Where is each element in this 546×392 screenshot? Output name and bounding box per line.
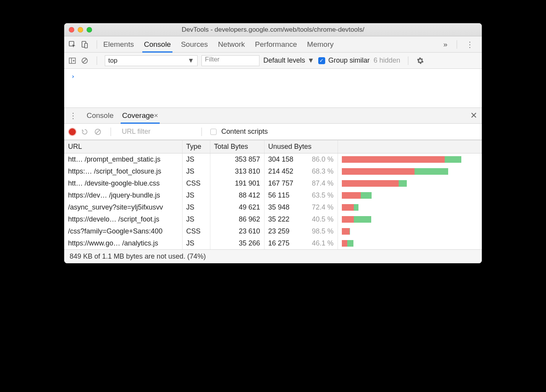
close-tab-icon[interactable]: × <box>154 111 158 120</box>
window-traffic-lights <box>69 27 92 32</box>
cell-unused-bytes: 304 15886.0 % <box>264 153 338 166</box>
window-zoom-button[interactable] <box>87 27 92 32</box>
table-row[interactable]: htt… /devsite-google-blue.cssCSS191 9011… <box>64 177 482 189</box>
kebab-menu-icon[interactable]: ⋮ <box>466 40 474 49</box>
cell-type: JS <box>182 237 210 249</box>
cell-unused-bytes: 23 25998.5 % <box>264 225 338 237</box>
tab-sources[interactable]: Sources <box>181 36 208 52</box>
cell-usage-bar <box>338 237 482 249</box>
cell-url: https:… /script_foot_closure.js <box>64 165 182 177</box>
separator <box>97 56 97 65</box>
log-levels-label: Default levels <box>263 56 305 65</box>
table-row[interactable]: https:… /script_foot_closure.jsJS313 810… <box>64 165 482 177</box>
tab-console[interactable]: Console <box>144 36 171 52</box>
cell-type: JS <box>182 201 210 213</box>
main-toolbar: ElementsConsoleSourcesNetworkPerformance… <box>64 36 482 53</box>
clear-console-icon[interactable] <box>80 56 89 65</box>
cell-usage-bar <box>338 213 482 225</box>
table-row[interactable]: /css?family=Google+Sans:400CSS23 61023 2… <box>64 225 482 237</box>
separator <box>201 128 202 136</box>
col-header-url[interactable]: URL <box>64 140 182 153</box>
console-filter-bar: top ▼ Filter Default levels ▼ ✓ Group si… <box>64 53 482 69</box>
cell-url: htt… /prompt_embed_static.js <box>64 153 182 166</box>
cell-type: CSS <box>182 177 210 189</box>
table-row[interactable]: https://www.go… /analytics.jsJS35 26616 … <box>64 237 482 249</box>
hidden-messages-count[interactable]: 6 hidden <box>374 56 400 65</box>
execution-context-select[interactable]: top ▼ <box>105 55 198 66</box>
cell-total-bytes: 23 610 <box>210 225 264 237</box>
content-scripts-checkbox[interactable] <box>210 129 217 135</box>
reload-icon[interactable] <box>80 128 89 136</box>
separator <box>111 128 111 136</box>
devtools-window: DevTools - developers.google.com/web/too… <box>64 23 482 263</box>
separator <box>408 56 408 65</box>
inspect-element-icon[interactable] <box>68 40 77 49</box>
drawer-tabs: ConsoleCoverage × <box>87 108 158 123</box>
drawer-tab-coverage[interactable]: Coverage × <box>122 108 159 123</box>
cell-url: https://develo… /script_foot.js <box>64 213 182 225</box>
window-minimize-button[interactable] <box>78 27 83 32</box>
execution-context-value: top <box>108 57 118 65</box>
group-similar-checkbox[interactable]: ✓ <box>318 57 325 64</box>
cell-unused-bytes: 214 45268.3 % <box>264 165 338 177</box>
table-row[interactable]: /async_survey?site=ylj5ifxusvvJS49 62135… <box>64 201 482 213</box>
drawer-kebab-menu-icon[interactable]: ⋮ <box>69 111 77 120</box>
chevron-down-icon: ▼ <box>307 56 314 65</box>
record-button[interactable] <box>69 128 76 135</box>
cell-usage-bar <box>338 201 482 213</box>
col-header-bar[interactable] <box>338 140 482 153</box>
chevron-down-icon: ▼ <box>188 57 194 65</box>
drawer-close-button[interactable]: ✕ <box>470 111 477 121</box>
cell-unused-bytes: 16 27546.1 % <box>264 237 338 249</box>
console-output[interactable]: › <box>64 69 482 107</box>
coverage-toolbar: URL filter Content scripts <box>64 124 482 140</box>
tab-elements[interactable]: Elements <box>103 36 134 52</box>
col-header-unused[interactable]: Unused Bytes <box>264 140 338 153</box>
coverage-table: URL Type Total Bytes Unused Bytes htt… /… <box>64 140 482 249</box>
cell-url: /css?family=Google+Sans:400 <box>64 225 182 237</box>
table-row[interactable]: https://dev… /jquery-bundle.jsJS88 41256… <box>64 189 482 201</box>
window-close-button[interactable] <box>69 27 74 32</box>
separator <box>457 40 457 49</box>
table-row[interactable]: https://develo… /script_foot.jsJS86 9623… <box>64 213 482 225</box>
content-scripts-label: Content scripts <box>221 128 268 136</box>
cell-total-bytes: 191 901 <box>210 177 264 189</box>
cell-total-bytes: 86 962 <box>210 213 264 225</box>
cell-unused-bytes: 35 22240.5 % <box>264 213 338 225</box>
device-toolbar-icon[interactable] <box>80 40 89 49</box>
cell-usage-bar <box>338 225 482 237</box>
log-levels-select[interactable]: Default levels ▼ <box>263 56 314 65</box>
coverage-summary: 849 KB of 1.1 MB bytes are not used. (74… <box>64 249 482 263</box>
tab-network[interactable]: Network <box>218 36 245 52</box>
cell-url: /async_survey?site=ylj5ifxusvv <box>64 201 182 213</box>
cell-total-bytes: 88 412 <box>210 189 264 201</box>
table-row[interactable]: htt… /prompt_embed_static.jsJS353 857304… <box>64 153 482 166</box>
console-settings-icon[interactable] <box>416 56 425 65</box>
coverage-url-filter-input[interactable]: URL filter <box>122 128 150 136</box>
cell-unused-bytes: 167 75787.4 % <box>264 177 338 189</box>
console-filter-input[interactable]: Filter <box>201 55 259 66</box>
window-titlebar: DevTools - developers.google.com/web/too… <box>64 23 482 36</box>
drawer-tab-console[interactable]: Console <box>87 108 114 123</box>
col-header-type[interactable]: Type <box>182 140 210 153</box>
group-similar-label: Group similar <box>328 56 370 65</box>
window-title: DevTools - developers.google.com/web/too… <box>64 26 482 34</box>
cell-usage-bar <box>338 189 482 201</box>
cell-unused-bytes: 35 94872.4 % <box>264 201 338 213</box>
cell-url: https://www.go… /analytics.js <box>64 237 182 249</box>
filter-placeholder: Filter <box>205 56 220 63</box>
console-sidebar-toggle-icon[interactable] <box>68 56 77 65</box>
cell-type: JS <box>182 165 210 177</box>
col-header-total[interactable]: Total Bytes <box>210 140 264 153</box>
cell-type: CSS <box>182 225 210 237</box>
more-tabs-button[interactable]: » <box>443 40 448 49</box>
clear-coverage-icon[interactable] <box>94 128 102 136</box>
svg-rect-2 <box>85 43 87 48</box>
cell-total-bytes: 353 857 <box>210 153 264 166</box>
console-prompt-icon: › <box>71 73 75 80</box>
cell-url: https://dev… /jquery-bundle.js <box>64 189 182 201</box>
drawer-tabbar: ⋮ ConsoleCoverage × ✕ <box>64 107 482 124</box>
tab-performance[interactable]: Performance <box>255 36 297 52</box>
tab-memory[interactable]: Memory <box>307 36 334 52</box>
cell-total-bytes: 49 621 <box>210 201 264 213</box>
